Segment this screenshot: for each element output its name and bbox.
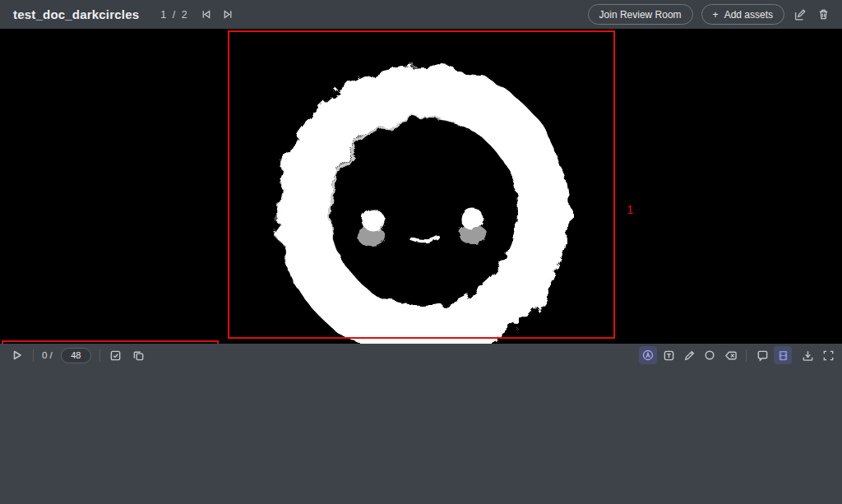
join-review-room-button[interactable]: Join Review Room	[588, 4, 693, 25]
comment-button[interactable]	[753, 346, 771, 364]
circle-tool-button[interactable]	[701, 346, 719, 364]
download-button[interactable]	[798, 346, 817, 364]
header-actions: Join Review Room + Add assets	[588, 4, 842, 25]
check-square-icon	[109, 349, 122, 362]
frame-total-input[interactable]	[61, 348, 91, 363]
player-toolbar: 0 /	[0, 344, 842, 367]
page-indicator: 1 / 2	[160, 9, 188, 21]
fullscreen-icon	[822, 349, 835, 362]
skip-first-button[interactable]	[201, 9, 211, 20]
skip-last-button[interactable]	[223, 9, 234, 20]
header-bar: test_doc_darkcircles 1 / 2 Join Review R…	[0, 0, 842, 29]
playback-controls: 0 /	[0, 346, 146, 364]
text-tool-button[interactable]	[659, 346, 678, 364]
skip-last-icon	[223, 9, 234, 20]
download-icon	[802, 349, 814, 362]
filmstrip-button[interactable]	[774, 346, 792, 364]
plus-icon: +	[713, 9, 719, 21]
viewer-canvas[interactable]	[0, 29, 842, 344]
edit-icon	[793, 8, 807, 21]
delete-button[interactable]	[816, 7, 830, 22]
trash-icon	[817, 8, 830, 21]
laser-pointer-button[interactable]	[639, 346, 657, 364]
annotation-toolbar	[639, 346, 842, 364]
pencil-icon	[683, 349, 696, 362]
select-frames-button[interactable]	[109, 346, 123, 364]
frame-counter-label: 0 /	[42, 350, 53, 360]
play-icon	[12, 349, 23, 361]
toolbar-divider	[33, 349, 34, 362]
pencil-tool-button[interactable]	[680, 346, 698, 364]
skip-first-icon	[201, 9, 211, 20]
laser-pointer-icon	[641, 349, 655, 362]
text-tool-icon	[663, 349, 675, 362]
artwork-dark-circles-face	[258, 59, 587, 344]
comment-icon	[756, 349, 769, 362]
duplicate-button[interactable]	[132, 346, 146, 364]
filmstrip-icon	[777, 349, 789, 362]
edit-button[interactable]	[793, 7, 807, 22]
review-app: test_doc_darkcircles 1 / 2 Join Review R…	[0, 0, 842, 504]
erase-button[interactable]	[721, 346, 739, 364]
add-assets-button[interactable]: + Add assets	[701, 4, 784, 25]
erase-icon	[724, 349, 738, 362]
copy-icon	[132, 349, 145, 362]
join-review-room-label: Join Review Room	[599, 9, 682, 21]
circle-tool-icon	[704, 349, 715, 361]
fullscreen-button[interactable]	[819, 346, 837, 364]
add-assets-label: Add assets	[724, 9, 773, 21]
bottom-panel: 0 /	[0, 344, 842, 504]
toolbar-divider	[99, 349, 100, 362]
play-button[interactable]	[10, 346, 25, 364]
toolbar-divider	[746, 349, 747, 362]
document-title: test_doc_darkcircles	[13, 7, 139, 21]
